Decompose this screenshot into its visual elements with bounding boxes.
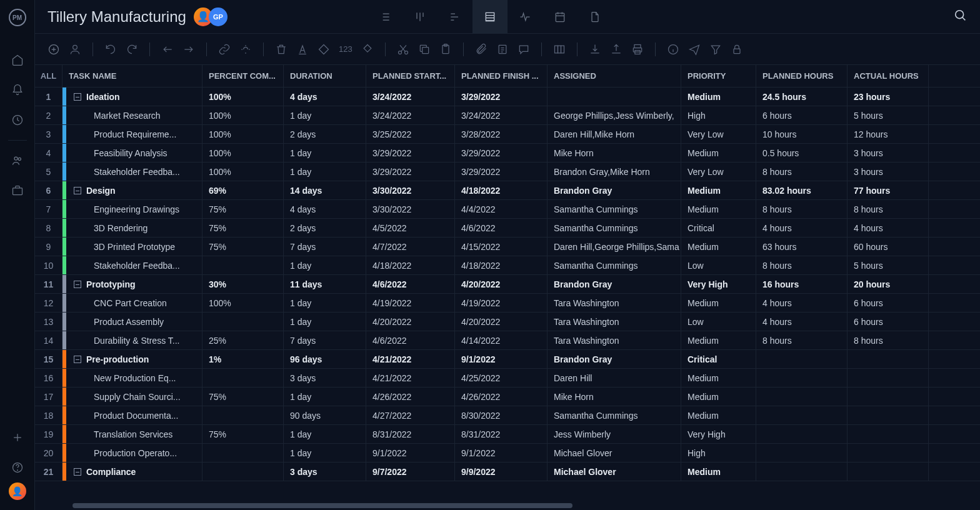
note-icon[interactable] [496, 43, 509, 56]
notifications-icon[interactable] [0, 75, 35, 105]
task-row[interactable]: 15Pre-production1%96 days4/21/20229/1/20… [35, 350, 980, 369]
start-cell[interactable]: 4/21/2022 [366, 369, 455, 387]
task-row[interactable]: 14Durability & Stress T...25%7 days4/6/2… [35, 331, 980, 350]
columns-icon[interactable] [553, 43, 566, 56]
finish-cell[interactable]: 4/20/2022 [455, 312, 548, 331]
recent-icon[interactable] [0, 105, 35, 135]
start-cell[interactable]: 9/1/2022 [366, 444, 455, 462]
planned-hours-cell[interactable]: 4 hours [756, 312, 848, 331]
cut-icon[interactable] [397, 43, 409, 56]
col-header-finish[interactable]: PLANNED FINISH ... [455, 65, 548, 87]
priority-cell[interactable]: Critical [681, 350, 756, 368]
finish-cell[interactable]: 3/28/2022 [455, 125, 548, 143]
start-cell[interactable]: 3/29/2022 [366, 162, 455, 181]
task-name-cell[interactable]: Production Operato... [66, 444, 202, 462]
duration-cell[interactable]: 1 day [284, 425, 366, 443]
task-name-cell[interactable]: 3D Printed Prototype [66, 238, 202, 256]
import-icon[interactable] [589, 43, 601, 56]
finish-cell[interactable]: 3/29/2022 [455, 144, 548, 162]
start-cell[interactable]: 3/25/2022 [366, 125, 455, 143]
start-cell[interactable]: 4/21/2022 [366, 350, 455, 368]
task-name-cell[interactable]: Product Documenta... [66, 406, 202, 424]
task-name-cell[interactable]: Pre-production [66, 350, 202, 368]
actual-hours-cell[interactable] [848, 350, 929, 368]
team-icon[interactable] [0, 146, 35, 176]
start-cell[interactable]: 4/6/2022 [366, 331, 455, 349]
actual-hours-cell[interactable]: 3 hours [848, 162, 929, 181]
priority-cell[interactable]: High [681, 444, 756, 462]
attach-icon[interactable] [475, 43, 488, 56]
task-name-cell[interactable]: Feasibility Analysis [66, 144, 202, 162]
start-cell[interactable]: 4/7/2022 [366, 238, 455, 256]
priority-cell[interactable]: Very High [681, 275, 756, 293]
planned-hours-cell[interactable]: 10 hours [756, 125, 848, 143]
actual-hours-cell[interactable] [848, 388, 929, 406]
duration-cell[interactable]: 14 days [284, 181, 366, 199]
duration-cell[interactable]: 3 days [284, 462, 366, 481]
indent-icon[interactable] [182, 43, 195, 56]
finish-cell[interactable]: 4/14/2022 [455, 331, 548, 349]
actual-hours-cell[interactable]: 20 hours [848, 275, 929, 293]
finish-cell[interactable]: 8/31/2022 [455, 425, 548, 443]
planned-hours-cell[interactable]: 6 hours [756, 106, 848, 124]
task-row[interactable]: 6Design69%14 days3/30/20224/18/2022Brand… [35, 181, 980, 200]
planned-hours-cell[interactable]: 0.5 hours [756, 144, 848, 162]
calendar-view-tab[interactable] [542, 0, 578, 34]
start-cell[interactable]: 3/29/2022 [366, 144, 455, 162]
board-view-tab[interactable] [402, 0, 438, 34]
duration-cell[interactable]: 96 days [284, 350, 366, 368]
start-cell[interactable]: 4/18/2022 [366, 256, 455, 274]
percent-cell[interactable]: 75% [202, 388, 284, 406]
task-name-cell[interactable]: Product Requireme... [66, 125, 202, 143]
sheet-view-tab[interactable] [472, 0, 508, 34]
percent-cell[interactable] [202, 444, 284, 462]
col-header-start[interactable]: PLANNED START... [366, 65, 455, 87]
planned-hours-cell[interactable] [756, 425, 848, 443]
comment-icon[interactable] [518, 43, 530, 56]
start-cell[interactable]: 3/30/2022 [366, 200, 455, 218]
delete-icon[interactable] [275, 43, 288, 56]
actual-hours-cell[interactable] [848, 462, 929, 481]
assign-icon[interactable] [69, 43, 81, 56]
finish-cell[interactable]: 9/9/2022 [455, 462, 548, 481]
planned-hours-cell[interactable]: 83.02 hours [756, 181, 848, 199]
actual-hours-cell[interactable]: 12 hours [848, 125, 929, 143]
task-name-cell[interactable]: Product Assembly [66, 312, 202, 331]
finish-cell[interactable]: 8/30/2022 [455, 406, 548, 424]
priority-cell[interactable]: Critical [681, 219, 756, 237]
actual-hours-cell[interactable]: 6 hours [848, 312, 929, 331]
assigned-cell[interactable]: Jess Wimberly [548, 425, 681, 443]
actual-hours-cell[interactable]: 8 hours [848, 200, 929, 218]
gantt-view-tab[interactable] [438, 0, 472, 34]
percent-cell[interactable]: 25% [202, 331, 284, 349]
duration-cell[interactable]: 4 days [284, 88, 366, 106]
assigned-cell[interactable]: Brandon Gray,Mike Horn [548, 162, 681, 181]
duration-cell[interactable]: 1 day [284, 162, 366, 181]
priority-cell[interactable]: Medium [681, 369, 756, 387]
task-name-cell[interactable]: Compliance [66, 462, 202, 481]
priority-cell[interactable]: Medium [681, 88, 756, 106]
start-cell[interactable]: 4/19/2022 [366, 294, 455, 312]
actual-hours-cell[interactable]: 8 hours [848, 331, 929, 349]
duration-cell[interactable]: 7 days [284, 238, 366, 256]
duration-cell[interactable]: 3 days [284, 369, 366, 387]
task-name-cell[interactable]: 3D Rendering [66, 219, 202, 237]
actual-hours-cell[interactable] [848, 406, 929, 424]
col-header-all[interactable]: ALL [35, 65, 62, 87]
duration-cell[interactable]: 2 days [284, 219, 366, 237]
priority-cell[interactable]: Low [681, 312, 756, 331]
task-name-cell[interactable]: Market Research [66, 106, 202, 124]
planned-hours-cell[interactable] [756, 350, 848, 368]
assigned-cell[interactable] [548, 88, 681, 106]
collapse-icon[interactable] [74, 468, 81, 476]
add-icon[interactable] [0, 422, 35, 452]
export-icon[interactable] [610, 43, 622, 56]
milestone-icon[interactable] [361, 43, 374, 56]
files-view-tab[interactable] [578, 0, 612, 34]
duration-cell[interactable]: 1 day [284, 294, 366, 312]
projects-icon[interactable] [0, 176, 35, 206]
percent-cell[interactable] [202, 406, 284, 424]
collapse-icon[interactable] [74, 187, 81, 194]
assigned-cell[interactable]: Samantha Cummings [548, 219, 681, 237]
planned-hours-cell[interactable] [756, 444, 848, 462]
